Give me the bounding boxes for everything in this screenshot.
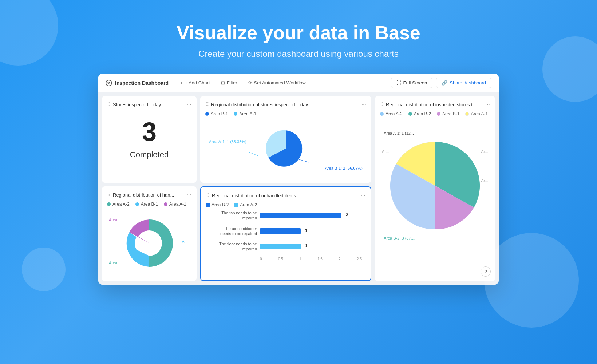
filter-button[interactable]: ⊟ Filter (217, 78, 242, 87)
share-button[interactable]: 🔗 Share dashboard (436, 78, 491, 88)
bar-axis: 0 0.5 1 1.5 2 2.5 (210, 257, 362, 261)
han-label-b1: Area B-1 (141, 202, 158, 207)
drag-icon-2[interactable]: ⠿ (205, 102, 209, 107)
donut-chart: Area ... Area ... A... (107, 210, 191, 276)
pie-chart-top: Area A-1: 1 (33.33%) Area B-1: 2 (66.67%… (205, 119, 366, 178)
area-b1-pie-label: Area B-1: 2 (66.67%) (325, 166, 363, 170)
dashboard-title: Inspection Dashboard (115, 80, 169, 86)
donut-label-area: Area ... (109, 218, 122, 222)
drag-icon[interactable]: ⠿ (107, 102, 111, 107)
card-regional-right-menu[interactable]: ··· (485, 101, 490, 108)
axis-15: 1.5 (317, 257, 323, 261)
axis-2: 2 (339, 257, 341, 261)
right-pie-label-ar2: Ar... (481, 178, 488, 183)
bar-row-2: The air conditionerneeds to be repaired … (210, 226, 362, 237)
stores-count: 3 (107, 119, 191, 145)
legend-dot-b2 (408, 112, 412, 116)
card-stores-title: Stores inspected today (113, 102, 161, 107)
right-pie-label-b2: Area B-2: 3 (37.... (384, 236, 415, 240)
add-chart-button[interactable]: + + Add Chart (176, 78, 214, 87)
legend-item-b2: Area B-2 (408, 111, 431, 116)
topbar-actions: + + Add Chart ⊟ Filter ⟳ Set Automated W… (176, 78, 391, 87)
han-legend-a2: Area A-2 (107, 202, 130, 207)
unhandled-label-a2: Area A-2 (240, 202, 257, 207)
bar-a2-3: 1 (260, 244, 301, 249)
bar-value-2: 1 (305, 228, 307, 233)
card-regional-top-header: ⠿ Regional distribution of stores inspec… (205, 101, 366, 108)
bar-track-2: 1 (260, 228, 362, 234)
han-label-a2: Area A-2 (112, 202, 130, 207)
card-regional-top: ⠿ Regional distribution of stores inspec… (200, 96, 371, 183)
card-han-title: Regional distribution of han... (113, 192, 174, 198)
regional-right-legend: Area A-2 Area B-2 Area B-1 Area A-1 (380, 111, 490, 116)
card-stores-menu[interactable]: ··· (187, 101, 191, 108)
card-regional-right: ⠿ Regional distribution of inspected sto… (375, 96, 495, 281)
workflow-icon: ⟳ (248, 80, 252, 86)
legend-dot-a1-right (465, 112, 469, 116)
han-dot-a2 (107, 202, 111, 206)
legend-dot-b1 (205, 112, 209, 116)
legend-dot-b1-right (437, 112, 440, 116)
legend-label-a1-right: Area A-1 (471, 111, 488, 116)
dashboard-icon: ⟳ (106, 80, 112, 86)
card-unhandled-title-row: ⠿ Regional distribution of unhandled ite… (206, 193, 296, 198)
han-legend-a1: Area A-1 (164, 202, 186, 207)
area-a1-pie-label: Area A-1: 1 (33.33%) (209, 139, 246, 144)
bg-blob-4 (22, 248, 66, 291)
unhandled-legend-b2: Area B-2 (206, 202, 229, 207)
legend-dot-a1 (234, 112, 237, 116)
han-legend: Area A-2 Area B-1 Area A-1 (107, 202, 191, 207)
card-unhandled-header: ⠿ Regional distribution of unhandled ite… (206, 192, 365, 199)
card-unhandled: ⠿ Regional distribution of unhandled ite… (200, 186, 371, 281)
legend-item-a1-right: Area A-1 (465, 111, 488, 116)
fullscreen-icon: ⛶ (396, 80, 401, 86)
card-unhandled-menu[interactable]: ··· (361, 192, 365, 199)
hero-subtitle: Create your custom dashboard using vario… (0, 49, 597, 59)
axis-05: 0.5 (278, 257, 283, 261)
han-dot-a1 (164, 202, 167, 206)
hero-title: Visualize your data in Base (0, 22, 597, 44)
unhandled-sq-b2 (206, 203, 210, 207)
add-chart-icon: + (180, 80, 183, 86)
unhandled-sq-a2 (234, 203, 238, 207)
card-han-title-row: ⠿ Regional distribution of han... (107, 192, 174, 198)
drag-icon-3[interactable]: ⠿ (380, 102, 384, 107)
han-dot-b1 (135, 202, 139, 206)
regional-top-legend: Area B-1 Area A-1 (205, 111, 366, 116)
card-regional-right-title: Regional distribution of inspected store… (386, 102, 477, 107)
fullscreen-button[interactable]: ⛶ Full Screen (391, 78, 433, 88)
legend-item-b1-right: Area B-1 (437, 111, 459, 116)
han-label-a1: Area A-1 (169, 202, 186, 207)
legend-dot-a2 (380, 112, 384, 116)
hero-section: Visualize your data in Base Create your … (0, 0, 597, 74)
bar-row-1: The tap needs to berepaired 2 (210, 210, 362, 221)
card-han-menu[interactable]: ··· (187, 191, 191, 198)
bar-b2-1: 2 (260, 213, 341, 218)
donut-label-a: A... (182, 240, 188, 244)
bar-row-3: The floor needs to berepaired 1 (210, 241, 362, 252)
bar-track-3: 1 (260, 244, 362, 249)
card-regional-right-title-row: ⠿ Regional distribution of inspected sto… (380, 102, 477, 107)
bar-value-3: 1 (305, 244, 307, 248)
axis-1: 1 (299, 257, 301, 261)
unhandled-legend-a2: Area A-2 (234, 202, 257, 207)
card-stores-inspected: ⠿ Stores inspected today ··· 3 Completed (102, 96, 197, 183)
help-button[interactable]: ? (481, 266, 491, 277)
bg-blob-3 (484, 233, 579, 328)
pie-svg-top (257, 123, 315, 174)
card-regional-right-header: ⠿ Regional distribution of inspected sto… (380, 101, 490, 108)
dashboard-grid: ⠿ Stores inspected today ··· 3 Completed… (98, 92, 499, 285)
share-icon: 🔗 (442, 80, 447, 86)
drag-icon-5[interactable]: ⠿ (206, 193, 210, 198)
bar-b2-2: 1 (260, 228, 301, 234)
drag-icon-4[interactable]: ⠿ (107, 192, 111, 198)
axis-25: 2.5 (357, 257, 362, 261)
filter-icon: ⊟ (221, 80, 225, 86)
card-han: ⠿ Regional distribution of han... ··· Ar… (102, 186, 197, 281)
card-regional-top-title: Regional distribution of stores inspecte… (211, 102, 308, 107)
legend-label-b1-right: Area B-1 (442, 111, 459, 116)
workflow-button[interactable]: ⟳ Set Automated Workflow (244, 78, 310, 87)
dashboard-title-group: ⟳ Inspection Dashboard (106, 80, 169, 86)
dashboard-wrapper: ⟳ Inspection Dashboard + + Add Chart ⊟ F… (98, 74, 499, 285)
card-regional-top-menu[interactable]: ··· (361, 101, 366, 108)
